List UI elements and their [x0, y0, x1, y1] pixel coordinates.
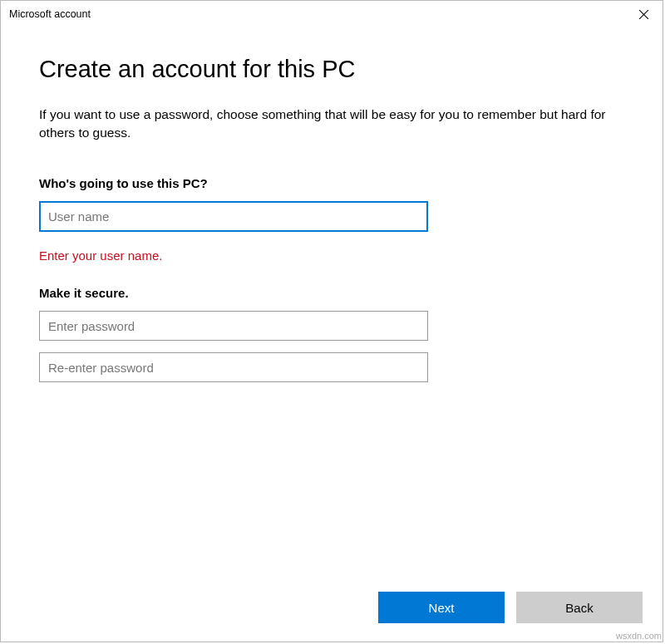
button-row: Next Back — [378, 592, 643, 623]
page-heading: Create an account for this PC — [39, 56, 624, 83]
watermark: wsxdn.com — [616, 631, 662, 641]
page-description: If you want to use a password, choose so… — [39, 106, 621, 141]
password-input[interactable] — [39, 311, 428, 341]
close-button[interactable] — [624, 1, 663, 27]
username-error: Enter your user name. — [39, 248, 624, 263]
password-section-label: Make it secure. — [39, 286, 624, 300]
window-title: Microsoft account — [9, 8, 91, 20]
back-button[interactable]: Back — [516, 592, 643, 623]
next-button[interactable]: Next — [378, 592, 505, 623]
titlebar: Microsoft account — [1, 1, 663, 27]
confirm-password-input[interactable] — [39, 352, 428, 382]
close-icon — [639, 10, 648, 19]
dialog-window: Microsoft account Create an account for … — [0, 0, 663, 642]
content-area: Create an account for this PC If you wan… — [1, 27, 663, 394]
username-input[interactable] — [39, 201, 428, 232]
username-label: Who's going to use this PC? — [39, 176, 624, 190]
